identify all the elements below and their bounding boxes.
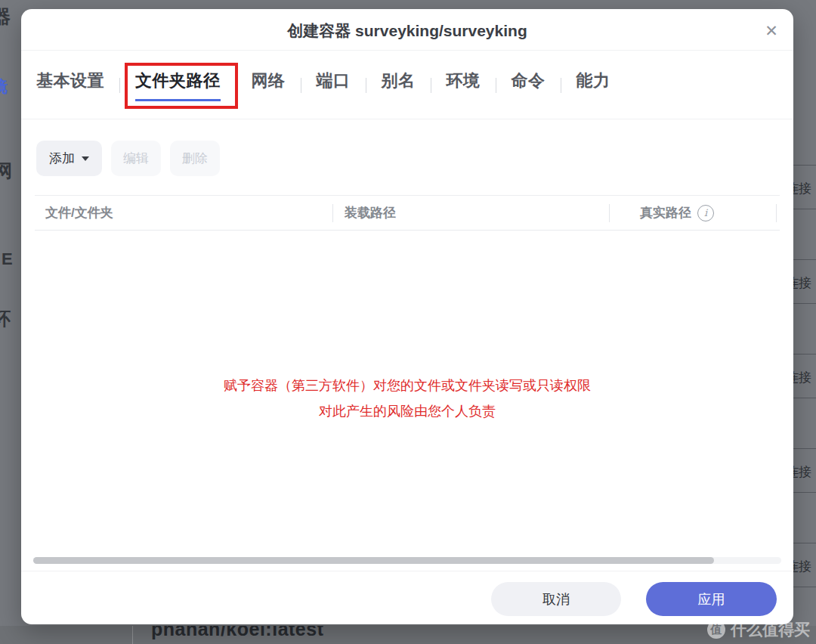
dialog-title: 创建容器 surveyking/surveyking [21, 9, 793, 52]
info-icon[interactable]: i [697, 205, 714, 221]
tab-label: 别名 [382, 70, 416, 101]
bg-column-divider [132, 626, 133, 644]
tab-alias[interactable]: 别名 [366, 70, 431, 101]
add-button[interactable]: 添加 [36, 141, 102, 176]
cancel-button[interactable]: 取消 [491, 582, 621, 616]
add-button-label: 添加 [49, 150, 75, 167]
tab-ports[interactable]: 端口 [301, 70, 366, 101]
warning-line-2: 对此产生的风险由您个人负责 [21, 398, 793, 424]
watermark: 值 什么值得买 [707, 619, 810, 640]
create-container-dialog: 创建容器 surveyking/surveyking ✕ 基本设置 文件夹路径 … [21, 9, 793, 624]
tab-label: 基本设置 [36, 70, 104, 101]
bg-fragment-left-4: E [2, 249, 13, 269]
tab-label: 环境 [447, 70, 481, 101]
tab-command[interactable]: 命令 [496, 70, 561, 101]
delete-button[interactable]: 删除 [170, 141, 220, 176]
column-header-label: 真实路径 [640, 204, 691, 221]
horizontal-scrollbar-thumb[interactable] [33, 557, 714, 564]
tab-capability[interactable]: 能力 [561, 70, 626, 101]
close-icon[interactable]: ✕ [760, 20, 783, 42]
bg-fragment-left-1: 器 [0, 5, 11, 29]
bg-fragment-left-5: 环 [0, 307, 11, 331]
tab-label: 命令 [512, 70, 546, 101]
column-header-real-path: 真实路径 i [610, 204, 776, 221]
bg-fragment-left-3: 网 [0, 159, 12, 183]
edit-button[interactable]: 编辑 [111, 141, 161, 176]
bg-image-name-text: phanan/koel:latest [151, 626, 324, 640]
dialog-footer: 取消 应用 [21, 571, 793, 624]
tab-network[interactable]: 网络 [236, 70, 301, 101]
warning-line-1: 赋予容器（第三方软件）对您的文件或文件夹读写或只读权限 [21, 373, 793, 398]
folder-path-toolbar: 添加 编辑 删除 [36, 141, 220, 176]
column-header-file-folder: 文件/文件夹 [35, 204, 332, 221]
tab-label: 端口 [317, 70, 351, 101]
column-header-mount-path: 装载路径 [333, 204, 609, 221]
tab-label: 能力 [576, 70, 610, 101]
watermark-text: 什么值得买 [731, 619, 810, 640]
horizontal-scrollbar-track[interactable] [33, 557, 781, 564]
background-bottom-strip: phanan/koel:latest [0, 626, 816, 644]
chevron-down-icon [82, 156, 89, 161]
tab-basic-settings[interactable]: 基本设置 [21, 70, 119, 101]
tab-label: 网络 [252, 70, 286, 101]
table-header-row: 文件/文件夹 装载路径 真实路径 i [35, 195, 780, 231]
tab-label: 文件夹路径 [135, 70, 221, 101]
bg-fragment-left-2: 镜 [0, 76, 8, 98]
tab-folder-path[interactable]: 文件夹路径 [120, 70, 236, 101]
dialog-header: 创建容器 surveyking/surveyking ✕ [21, 9, 793, 51]
column-divider [776, 204, 777, 222]
permission-warning: 赋予容器（第三方软件）对您的文件或文件夹读写或只读权限 对此产生的风险由您个人负… [21, 373, 793, 424]
dialog-tabbar: 基本设置 文件夹路径 网络 端口 别名 环境 命令 能力 [21, 51, 793, 119]
apply-button[interactable]: 应用 [646, 582, 777, 616]
watermark-badge-icon: 值 [707, 621, 725, 639]
tab-environment[interactable]: 环境 [431, 70, 496, 101]
